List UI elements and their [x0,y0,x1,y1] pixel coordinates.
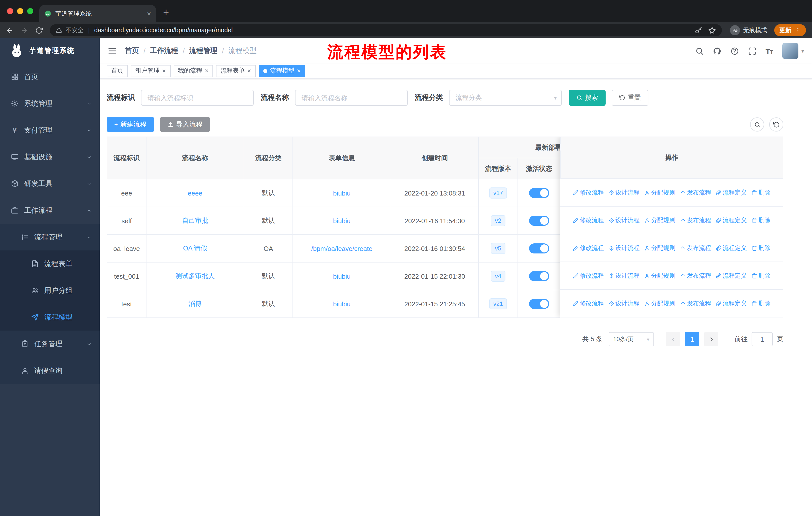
form-info-link[interactable]: biubiu [333,272,350,280]
action-edit[interactable]: 修改流程 [573,188,604,197]
action-delete[interactable]: 删除 [751,299,771,308]
close-icon[interactable]: × [297,67,301,75]
action-design[interactable]: 设计流程 [608,244,640,252]
process-name-link[interactable]: eeee [188,189,202,197]
process-name-link[interactable]: OA 请假 [183,244,207,252]
category-select[interactable]: 流程分类 ▾ [449,90,562,106]
browser-menu-icon[interactable] [795,27,801,33]
back-icon[interactable] [6,26,13,34]
app-logo[interactable]: 芋道管理系统 [0,38,100,63]
action-edit[interactable]: 修改流程 [573,271,604,280]
action-delete[interactable]: 删除 [751,244,771,252]
tag-tenant-management[interactable]: 租户管理 × [131,65,170,77]
action-delete[interactable]: 删除 [751,188,771,197]
user-menu[interactable]: ▾ [782,43,804,59]
process-key-input[interactable] [141,90,254,106]
create-process-button[interactable]: + 新建流程 [107,117,154,132]
action-publish[interactable]: 发布流程 [680,216,711,224]
process-name-link[interactable]: 滔博 [188,300,202,307]
key-icon[interactable] [695,26,702,34]
breadcrumb-item[interactable]: 流程管理 [189,46,218,55]
close-icon[interactable]: × [162,67,166,75]
action-edit[interactable]: 修改流程 [573,216,604,224]
page-size-select[interactable]: 10条/页 ▾ [609,332,654,346]
sidebar-item-user-group[interactable]: 用户分组 [0,277,100,304]
sidebar-item-process-management[interactable]: 流程管理 [0,224,100,250]
font-size-icon[interactable]: TT [765,47,773,55]
sidebar-item-payment[interactable]: ¥ 支付管理 [0,117,100,144]
tab-close-icon[interactable]: × [147,9,151,18]
form-info-link[interactable]: biubiu [333,300,350,308]
process-name-link[interactable]: 自己审批 [182,217,208,224]
action-definition[interactable]: 流程定义 [716,299,747,308]
github-icon[interactable] [713,47,721,55]
tag-my-process[interactable]: 我的流程 × [173,65,213,77]
breadcrumb-item[interactable]: 工作流程 [150,46,178,55]
tag-process-model[interactable]: 流程模型 × [259,65,305,77]
active-toggle[interactable] [529,243,549,253]
action-assign[interactable]: 分配规则 [644,299,675,308]
import-process-button[interactable]: 导入流程 [160,117,210,132]
toggle-search-button[interactable] [750,117,764,132]
reset-button[interactable]: 重置 [612,90,648,106]
action-definition[interactable]: 流程定义 [716,188,747,197]
breadcrumb-item[interactable]: 首页 [125,46,139,55]
action-publish[interactable]: 发布流程 [680,188,711,197]
action-publish[interactable]: 发布流程 [680,244,711,252]
action-assign[interactable]: 分配规则 [644,271,675,280]
process-name-link[interactable]: 测试多审批人 [175,272,215,280]
page-number-1[interactable]: 1 [685,332,699,346]
browser-tab[interactable]: 芋道管理系统 × [39,5,156,22]
sidebar-item-process-model[interactable]: 流程模型 [0,304,100,331]
action-design[interactable]: 设计流程 [608,271,640,280]
hamburger-icon[interactable] [108,46,117,55]
sidebar-item-task-management[interactable]: 任务管理 [0,331,100,357]
active-toggle[interactable] [529,299,549,309]
action-delete[interactable]: 删除 [751,271,771,280]
close-icon[interactable]: × [247,67,251,75]
tag-process-form[interactable]: 流程表单 × [216,65,256,77]
sidebar-item-devtools[interactable]: 研发工具 [0,170,100,197]
action-edit[interactable]: 修改流程 [573,244,604,252]
action-publish[interactable]: 发布流程 [680,271,711,280]
form-info-link[interactable]: /bpm/oa/leave/create [311,245,373,252]
active-toggle[interactable] [529,216,549,226]
form-info-link[interactable]: biubiu [333,217,350,224]
sidebar-item-process-form[interactable]: 流程表单 [0,250,100,277]
form-info-link[interactable]: biubiu [333,189,350,197]
refresh-table-button[interactable] [769,117,783,132]
action-assign[interactable]: 分配规则 [644,188,675,197]
new-tab-button[interactable]: + [163,6,169,18]
action-definition[interactable]: 流程定义 [716,244,747,252]
search-button[interactable]: 搜索 [569,90,606,106]
active-toggle[interactable] [529,271,549,281]
next-page-button[interactable] [704,332,718,346]
sidebar-item-infrastructure[interactable]: 基础设施 [0,144,100,170]
address-bar[interactable]: 不安全 | dashboard.yudao.iocoder.cn/bpm/man… [50,24,722,36]
action-design[interactable]: 设计流程 [608,299,640,308]
sidebar-item-system[interactable]: 系统管理 [0,90,100,117]
browser-update-button[interactable]: 更新 [774,24,806,36]
action-edit[interactable]: 修改流程 [573,299,604,308]
active-toggle[interactable] [529,188,549,198]
bookmark-star-icon[interactable] [708,26,716,34]
action-assign[interactable]: 分配规则 [644,216,675,224]
goto-page-input[interactable] [752,332,773,346]
action-assign[interactable]: 分配规则 [644,244,675,252]
action-definition[interactable]: 流程定义 [716,216,747,224]
forward-icon[interactable] [21,26,28,34]
sidebar-item-home[interactable]: 首页 [0,63,100,90]
search-icon[interactable] [695,47,703,55]
sidebar-item-leave-query[interactable]: 请假查询 [0,357,100,384]
action-publish[interactable]: 发布流程 [680,299,711,308]
fullscreen-icon[interactable] [748,47,756,55]
action-design[interactable]: 设计流程 [608,188,640,197]
process-name-input[interactable] [295,90,408,106]
sidebar-item-workflow[interactable]: 工作流程 [0,197,100,224]
close-icon[interactable]: × [205,67,208,75]
tag-home[interactable]: 首页 [107,65,128,77]
zoom-window-button[interactable] [27,8,33,14]
help-icon[interactable] [730,47,739,55]
reload-icon[interactable] [35,26,43,34]
action-design[interactable]: 设计流程 [608,216,640,224]
